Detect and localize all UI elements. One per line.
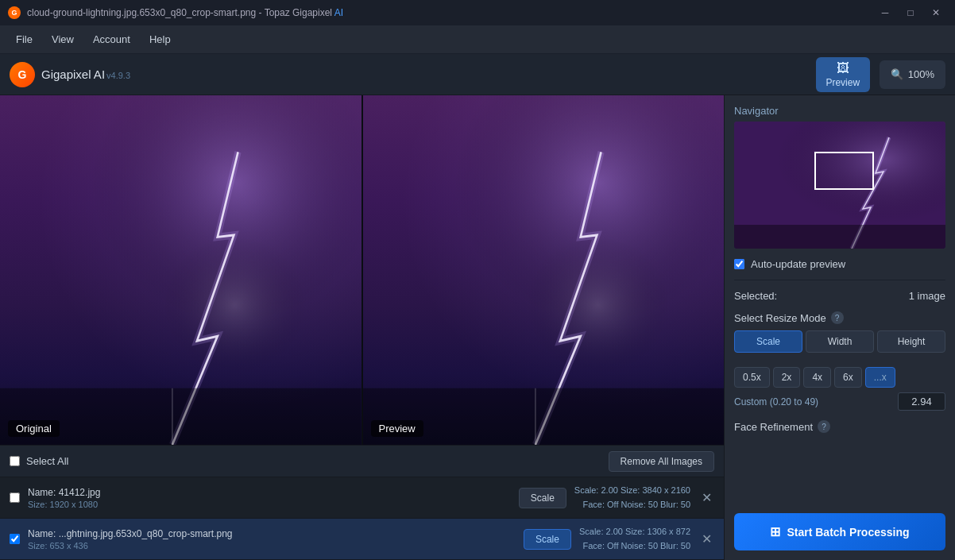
menu-help[interactable]: Help [140,29,180,50]
file-scale-button-0[interactable]: Scale [519,488,566,508]
image-area: Original [0,95,725,560]
file-meta-1: Scale: 2.00 Size: 1306 x 872 Face: Off N… [579,525,690,553]
window-controls: ─ □ ✕ [874,4,947,21]
navigator-title: Navigator [734,105,945,117]
divider-1 [734,280,945,280]
resize-mode-section: Select Resize Mode ? Scale Width Height [734,311,945,353]
close-button[interactable]: ✕ [925,4,947,21]
start-batch-button[interactable]: ⊞ Start Batch Processing [734,513,945,550]
auto-update-row: Auto-update preview [734,258,945,270]
selected-count: 1 image [909,290,945,302]
resize-mode-label: Select Resize Mode ? [734,311,945,324]
menu-account[interactable]: Account [83,29,140,50]
file-name-1: Name: ...ghtning.jpg.653x0_q80_crop-smar… [28,528,516,539]
app-logo: G Gigapixel AIv4.9.3 [10,62,130,87]
resize-mode-width[interactable]: Width [806,330,874,353]
app-icon: G [8,6,21,19]
face-refinement-row: Face Refinement ? [734,420,945,433]
app-name: Gigapixel AIv4.9.3 [41,68,130,81]
original-lightning-svg [0,95,362,445]
navigator-section: Navigator [734,105,945,249]
file-checkbox-0[interactable] [10,492,20,503]
menu-bar: File View Account Help [0,25,955,54]
svg-rect-10 [734,225,945,249]
scale-options-section: 0.5x 2x 4x 6x ...x Custom (0.20 to 49) [734,362,945,411]
file-remove-button-0[interactable]: ✕ [698,490,714,506]
scale-opt-4x[interactable]: 4x [803,367,831,388]
scale-opt-6x[interactable]: 6x [834,367,862,388]
original-image [0,95,362,445]
preview-pane: Preview [362,95,725,445]
custom-scale-label: Custom (0.20 to 49) [734,396,818,407]
file-size-0: Size: 1920 x 1080 [28,500,511,509]
file-scale-button-1[interactable]: Scale [524,529,571,550]
preview-icon: 🖼 [837,61,849,75]
select-all-label: Select All [26,455,602,467]
face-refinement-label: Face Refinement [734,421,813,433]
navigator-svg [734,122,945,249]
navigator-thumbnail[interactable] [734,122,945,249]
logo-icon: G [10,62,35,87]
file-name-0: Name: 41412.jpg [28,487,511,498]
file-list-area: Select All Remove All Images Name: 41412… [0,445,724,560]
zoom-button[interactable]: 🔍 100% [880,60,945,89]
main-layout: Original [0,95,955,560]
preview-lightning-svg [363,95,725,445]
scale-opt-0.5x[interactable]: 0.5x [734,367,770,388]
selected-label: Selected: [734,290,777,302]
selected-row: Selected: 1 image [734,290,945,302]
file-meta-0: Scale: 2.00 Size: 3840 x 2160 Face: Off … [574,484,690,512]
file-info-0: Name: 41412.jpg Size: 1920 x 1080 [28,487,511,509]
title-bar: G cloud-ground-lightning.jpg.653x0_q80_c… [0,0,955,25]
menu-view[interactable]: View [42,29,83,50]
preview-image [363,95,725,445]
preview-panes: Original [0,95,724,445]
file-checkbox-1[interactable] [10,534,20,544]
original-pane: Original [0,95,362,445]
select-all-checkbox[interactable] [10,456,20,466]
custom-scale-input[interactable] [898,392,945,411]
right-panel: Navigator [725,95,955,560]
file-row-selected: Name: ...ghtning.jpg.653x0_q80_crop-smar… [0,519,724,560]
custom-scale-row: Custom (0.20 to 49) [734,392,945,411]
zoom-icon: 🔍 [891,68,903,80]
file-row: Name: 41412.jpg Size: 1920 x 1080 Scale … [0,477,724,519]
resize-mode-scale[interactable]: Scale [734,330,802,353]
batch-icon: ⊞ [770,524,780,539]
face-refinement-help-icon[interactable]: ? [818,420,830,433]
preview-button[interactable]: 🖼 Preview [816,57,870,92]
toolbar: G Gigapixel AIv4.9.3 🖼 Preview 🔍 100% [0,54,955,95]
file-remove-button-1[interactable]: ✕ [698,531,714,547]
remove-all-button[interactable]: Remove All Images [609,451,714,472]
file-list-header: Select All Remove All Images [0,446,724,477]
resize-mode-buttons: Scale Width Height [734,330,945,353]
auto-update-checkbox[interactable] [734,259,744,269]
scale-opt-ellipsis[interactable]: ...x [865,367,895,388]
window-title: cloud-ground-lightning.jpg.653x0_q80_cro… [27,7,874,18]
resize-mode-help-icon[interactable]: ? [831,311,844,324]
original-label: Original [8,420,60,437]
title-ai: AI [334,7,343,18]
preview-label: Preview [371,420,423,437]
maximize-button[interactable]: □ [899,4,922,21]
minimize-button[interactable]: ─ [874,4,896,21]
scale-opt-2x[interactable]: 2x [773,367,801,388]
auto-update-label: Auto-update preview [751,258,845,270]
resize-mode-height[interactable]: Height [877,330,945,353]
file-size-1: Size: 653 x 436 [28,541,516,550]
menu-file[interactable]: File [6,29,42,50]
file-info-1: Name: ...ghtning.jpg.653x0_q80_crop-smar… [28,528,516,550]
scale-options: 0.5x 2x 4x 6x ...x [734,367,945,388]
